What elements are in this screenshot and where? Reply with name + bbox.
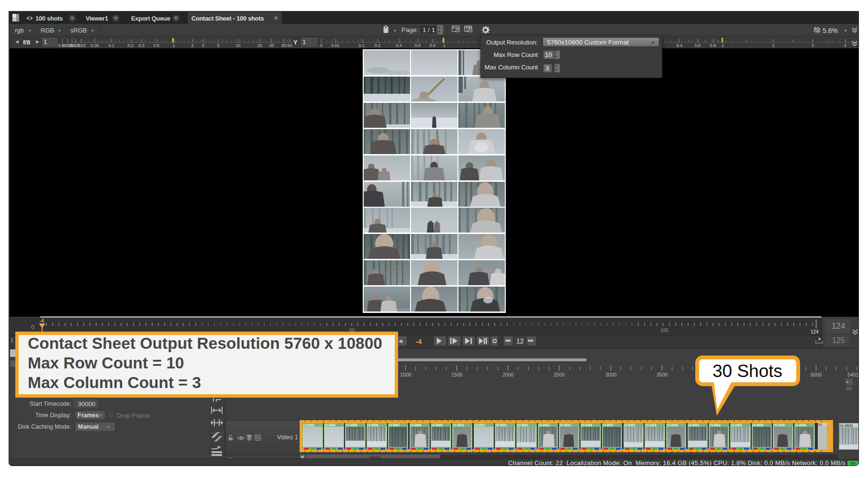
svg-text:30 Shots: 30 Shots	[712, 361, 782, 381]
svg-text:-4: -4	[40, 318, 44, 323]
